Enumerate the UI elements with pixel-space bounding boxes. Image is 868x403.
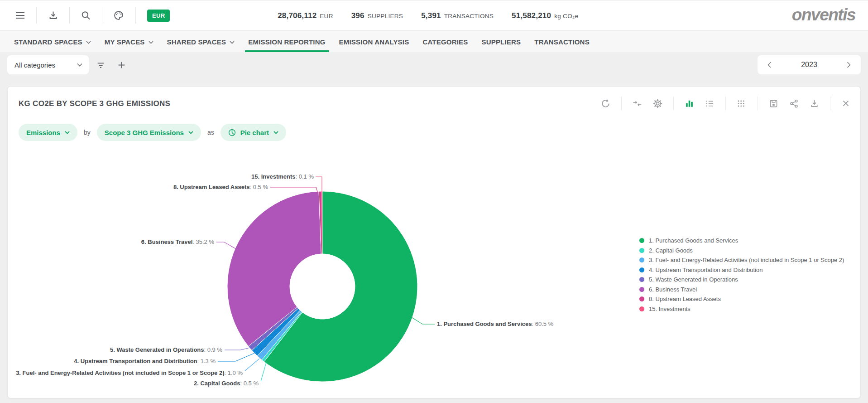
legend-item-business-travel[interactable]: 6. Business Travel: [639, 285, 844, 295]
nav-tab-emission-analysis[interactable]: EMISSION ANALYSIS: [332, 31, 416, 52]
widget-toolbar: [601, 97, 850, 110]
app-header: EUR 28,706,112 EUR 396 SUPPLIERS 5,391 T…: [0, 0, 868, 30]
add-icon[interactable]: [117, 60, 126, 70]
nav-tab-label: STANDARD SPACES: [14, 38, 82, 46]
divider: [36, 7, 37, 24]
nav-tab-label: SUPPLIERS: [481, 38, 521, 46]
widget-title: KG CO2E BY SCOPE 3 GHG EMISSIONS: [19, 99, 170, 108]
grid-view-icon[interactable]: [737, 99, 747, 108]
legend-item-investments[interactable]: 15. Investments: [639, 304, 844, 314]
year-selector: 2023: [758, 55, 861, 74]
list-view-icon[interactable]: [705, 99, 715, 108]
nav-tab-label: MY SPACES: [105, 38, 145, 46]
legend-item-upstream-leased[interactable]: 8. Upstream Leased Assets: [639, 294, 844, 304]
nav-tab-shared-spaces[interactable]: SHARED SPACES: [160, 31, 242, 52]
nav-tab-label: TRANSACTIONS: [534, 38, 590, 46]
chevron-down-icon: [230, 41, 235, 44]
dimension-select-value: Scope 3 GHG Emissions: [105, 129, 184, 136]
chevron-down-icon: [65, 131, 70, 134]
stat-suppliers-value: 396: [351, 11, 364, 20]
divider: [673, 97, 674, 110]
category-select-value: All categories: [14, 61, 55, 69]
query-builder: Emissions by Scope 3 GHG Emissions as Pi…: [19, 124, 286, 141]
header-stats: 28,706,112 EUR 396 SUPPLIERS 5,391 TRANS…: [278, 0, 578, 31]
stat-co2e-unit: kg CO₂e: [554, 13, 578, 19]
menu-icon[interactable]: [14, 10, 26, 21]
chart-type-select[interactable]: Pie chart: [221, 124, 286, 141]
dimension-select[interactable]: Scope 3 GHG Emissions: [97, 124, 201, 141]
nav-tab-suppliers[interactable]: SUPPLIERS: [475, 31, 528, 52]
nav-tab-label: EMISSION REPORTING: [248, 38, 325, 46]
chevron-down-icon: [86, 41, 91, 44]
divider: [621, 97, 622, 110]
stat-co2e-value: 51,582,210: [512, 11, 551, 20]
palette-icon[interactable]: [113, 10, 124, 21]
year-value: 2023: [801, 61, 817, 69]
legend-dot: [639, 287, 644, 292]
nav-tab-standard-spaces[interactable]: STANDARD SPACES: [7, 31, 98, 52]
chevron-down-icon: [149, 41, 153, 44]
stat-transactions-value: 5,391: [421, 11, 441, 20]
onventis-logo: onventis: [792, 5, 855, 24]
save-icon[interactable]: [769, 99, 778, 108]
stat-transactions-unit: TRANSACTIONS: [444, 13, 494, 19]
nav-tab-label: EMISSION ANALYSIS: [339, 38, 409, 46]
divider: [135, 7, 136, 24]
legend-item-purchased-goods[interactable]: 1. Purchased Goods and Services: [639, 236, 844, 246]
legend-item-capital-goods[interactable]: 2. Capital Goods: [639, 246, 844, 256]
download-icon[interactable]: [48, 10, 58, 20]
legend-item-upstream-transportation[interactable]: 4. Upstream Transportation and Distribut…: [639, 265, 844, 275]
chevron-down-icon: [273, 131, 278, 134]
filter-icon[interactable]: [96, 60, 106, 70]
main-nav: STANDARD SPACES MY SPACES SHARED SPACES …: [0, 31, 868, 52]
query-as-label: as: [207, 129, 214, 136]
legend-dot: [639, 296, 644, 301]
share-icon[interactable]: [789, 99, 799, 108]
metric-select[interactable]: Emissions: [19, 124, 77, 141]
legend-dot: [639, 257, 644, 262]
download-widget-icon[interactable]: [810, 99, 819, 108]
nav-tab-categories[interactable]: CATEGORIES: [416, 31, 475, 52]
currency-badge[interactable]: EUR: [147, 10, 170, 22]
divider: [725, 97, 726, 110]
chart-legend: 1. Purchased Goods and Services 2. Capit…: [639, 236, 844, 314]
category-select[interactable]: All categories: [7, 55, 89, 74]
stat-suppliers-unit: SUPPLIERS: [368, 13, 403, 19]
previous-year-icon[interactable]: [766, 60, 773, 70]
refresh-icon[interactable]: [601, 99, 610, 108]
close-icon[interactable]: [841, 99, 850, 108]
divider: [69, 7, 70, 24]
stat-co2e: 51,582,210 kg CO₂e: [512, 11, 578, 20]
next-year-icon[interactable]: [845, 60, 853, 70]
nav-tab-my-spaces[interactable]: MY SPACES: [98, 31, 160, 52]
divider: [758, 97, 758, 110]
chevron-down-icon: [188, 131, 193, 134]
legend-item-fuel-energy[interactable]: 3. Fuel- and Energy-Related Activities (…: [639, 255, 844, 265]
legend-dot: [639, 277, 644, 282]
settings-gear-icon[interactable]: [653, 99, 662, 108]
nav-tab-label: CATEGORIES: [422, 38, 468, 46]
legend-dot: [639, 267, 644, 272]
legend-dot: [639, 306, 644, 311]
query-by-label: by: [84, 129, 91, 136]
nav-tab-transactions[interactable]: TRANSACTIONS: [528, 31, 596, 52]
stat-suppliers: 396 SUPPLIERS: [351, 11, 403, 20]
stat-spend-value: 28,706,112: [278, 11, 317, 20]
legend-dot: [639, 238, 644, 243]
stat-spend-unit: EUR: [320, 13, 333, 19]
nav-tab-emission-reporting[interactable]: EMISSION REPORTING: [241, 31, 332, 52]
bar-chart-view-icon[interactable]: [685, 99, 694, 108]
filter-bar: All categories 2023: [0, 52, 868, 81]
nav-tab-label: SHARED SPACES: [167, 38, 226, 46]
divider: [102, 7, 102, 24]
stat-transactions: 5,391 TRANSACTIONS: [421, 11, 494, 20]
pie-chart-icon: [228, 129, 236, 136]
metric-select-value: Emissions: [26, 129, 60, 136]
legend-item-waste-operations[interactable]: 5. Waste Generated in Operations: [639, 275, 844, 285]
divider: [830, 97, 830, 110]
chevron-down-icon: [77, 63, 82, 67]
stat-spend: 28,706,112 EUR: [278, 11, 333, 20]
chart-type-value: Pie chart: [240, 129, 269, 136]
search-icon[interactable]: [81, 10, 91, 20]
collapse-arrows-icon[interactable]: [633, 99, 642, 108]
